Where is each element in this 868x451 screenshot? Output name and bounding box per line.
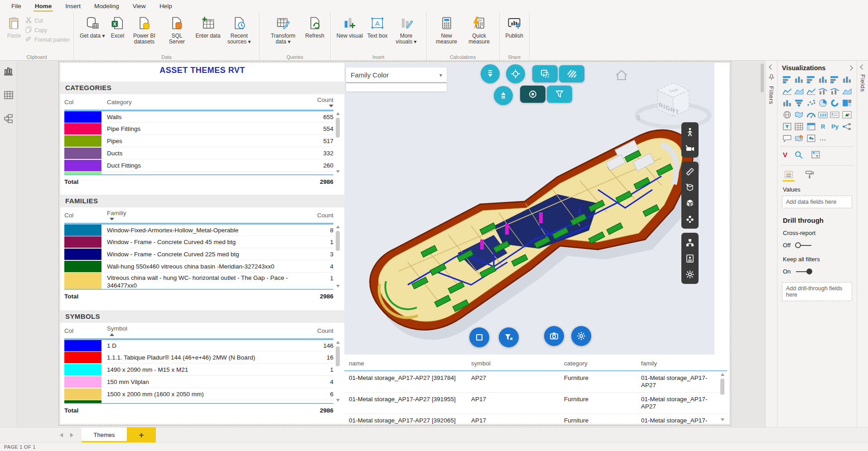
table-scrollbar[interactable]	[719, 373, 725, 421]
search-icon[interactable]	[794, 150, 804, 159]
table-scrollbar[interactable]	[335, 112, 341, 173]
stacked-area-chart-icon[interactable]	[806, 87, 816, 96]
menu-tab-view[interactable]: View	[126, 0, 153, 12]
100-stacked-column-chart-icon[interactable]	[842, 75, 852, 84]
filled-map-icon[interactable]	[794, 110, 804, 119]
table-row[interactable]: Pipes 517	[64, 135, 333, 147]
filters-pane-label[interactable]: Filters	[768, 86, 775, 104]
100-stacked-bar-chart-icon[interactable]	[829, 75, 840, 84]
table-row[interactable]: Ducts 332	[64, 147, 333, 159]
families-table-header[interactable]: Col Familiy Count	[64, 207, 333, 224]
table-row[interactable]: 150 mm Vilplan 4	[64, 376, 333, 388]
get-data-button[interactable]: Get data ▾	[77, 14, 107, 41]
transform-data-button[interactable]: Transform data ▾	[263, 14, 303, 47]
menu-tab-help[interactable]: Help	[153, 0, 179, 12]
table-row[interactable]: Window-Fixed-Armortex-Hollow_Metal-Opera…	[64, 224, 333, 236]
symbols-visual[interactable]: SYMBOLS Col Symbol Count 1 D 146	[60, 310, 344, 417]
collapse-down-button[interactable]	[481, 64, 500, 83]
table-row[interactable]: Window - Frame - Concrete Curved 45 med …	[64, 236, 333, 248]
scroll-thumb[interactable]	[336, 118, 340, 138]
paste-button[interactable]: Paste	[4, 14, 24, 41]
table-visual-icon[interactable]	[794, 122, 804, 131]
table-row[interactable]: 01-Metal storage_AP17-AP27 [391784] AP27…	[344, 371, 727, 393]
table-row[interactable]: Walls 655	[64, 110, 333, 123]
expand-fields-icon[interactable]	[860, 64, 865, 69]
menu-tab-modeling[interactable]: Modeling	[87, 0, 126, 12]
table-row[interactable]: 1 D 146	[64, 339, 333, 351]
settings-button[interactable]	[571, 326, 591, 346]
stacked-column-chart-icon[interactable]	[794, 75, 804, 84]
select-mode-button[interactable]	[520, 86, 545, 103]
next-page-icon[interactable]	[70, 433, 73, 437]
table-scrollbar[interactable]	[335, 226, 341, 288]
report-view-button[interactable]	[3, 66, 14, 77]
viewer-settings-button[interactable]	[681, 266, 699, 282]
scatter-chart-icon[interactable]	[806, 99, 816, 107]
3d-building-model[interactable]: S TOP RIGHT	[344, 63, 714, 355]
format-painter-button[interactable]: Format painter	[25, 35, 70, 44]
expand-filters-icon[interactable]	[769, 64, 774, 69]
categories-visual[interactable]: CATEGORIES Col Category Count Walls 655	[60, 82, 344, 188]
scroll-up-icon[interactable]	[336, 226, 340, 228]
collapse-visualizations-icon[interactable]	[848, 65, 853, 70]
walk-mode-button[interactable]	[681, 124, 699, 140]
scroll-up-icon[interactable]	[721, 373, 724, 376]
categories-table-header[interactable]: Col Category Count	[64, 94, 333, 110]
clustered-bar-chart-icon[interactable]	[806, 75, 816, 84]
metrics-visual-icon[interactable]	[806, 134, 816, 143]
ribbon-chart-icon[interactable]	[842, 87, 852, 96]
theme-select-dropdown[interactable]: Family Color ▾	[346, 67, 447, 83]
keep-filters-toggle[interactable]	[796, 271, 811, 272]
table-row[interactable]: 1490 x 2090 mm - M15 x M21 1	[64, 364, 333, 376]
report-page[interactable]: ASSET THEMES RVT CATEGORIES Col Category…	[60, 63, 729, 424]
sql-server-button[interactable]: SQL Server	[160, 14, 193, 47]
screenshot-button[interactable]	[544, 326, 564, 346]
values-field-well[interactable]: Add data fields here	[782, 196, 852, 208]
filter-mode-button[interactable]	[547, 86, 572, 103]
text-box-button[interactable]: A Text box	[365, 14, 390, 41]
funnel-chart-icon[interactable]	[794, 99, 804, 107]
table-row[interactable]: Duct Fittings 260	[64, 159, 333, 172]
table-row[interactable]: 1.1.1. Tabique Pladur® 144 (46+e+46) 2MW…	[64, 351, 333, 364]
line-chart-icon[interactable]	[782, 87, 792, 96]
table-row[interactable]: Wall-hung 550x460 vitreous china basin -…	[64, 260, 333, 273]
menu-tab-file[interactable]: File	[5, 0, 28, 12]
fields-pane-label[interactable]: Fields	[859, 74, 866, 92]
scroll-thumb[interactable]	[720, 379, 724, 395]
data-view-button[interactable]	[3, 90, 14, 101]
cut-button[interactable]: Cut	[25, 16, 70, 25]
table-row[interactable]: Pipe Fittings 554	[64, 123, 333, 135]
parts-cluster-button[interactable]	[681, 211, 699, 227]
model-view-button[interactable]	[3, 113, 14, 124]
selection-box-button[interactable]	[469, 327, 489, 347]
canvas-scrollbar[interactable]	[761, 63, 764, 92]
add-page-button[interactable]: +	[127, 427, 156, 442]
table-scrollbar[interactable]	[335, 341, 341, 402]
line-stacked-column-chart-icon[interactable]	[818, 87, 828, 96]
publish-button[interactable]: Publish	[503, 14, 526, 41]
scroll-down-icon[interactable]	[336, 399, 340, 402]
explode-model-button[interactable]	[681, 195, 699, 211]
clustered-column-chart-icon[interactable]	[818, 75, 828, 84]
scroll-up-icon[interactable]	[336, 341, 340, 344]
menu-tab-insert[interactable]: Insert	[58, 0, 87, 12]
powerbi-datasets-button[interactable]: Power BI datasets	[128, 14, 160, 47]
drill-through-field-well[interactable]: Add drill-through fields here	[782, 282, 852, 301]
pin-icon[interactable]	[769, 74, 774, 81]
refresh-button[interactable]: Refresh	[303, 14, 327, 41]
scroll-down-icon[interactable]	[336, 285, 340, 288]
card-visual-icon[interactable]: 123	[818, 112, 828, 118]
duplicate-selection-button[interactable]	[532, 65, 558, 82]
cross-report-toggle[interactable]	[796, 245, 811, 246]
more-visual-options-icon[interactable]: ...	[820, 135, 826, 142]
properties-card-button[interactable]	[681, 250, 699, 266]
details-table-header[interactable]: name symbol category family	[344, 356, 727, 371]
table-row[interactable]: 01-Metal storage_AP17-AP27 [391955] AP17…	[344, 393, 727, 414]
details-table-visual[interactable]: name symbol category family 01-Metal sto…	[344, 356, 727, 424]
report-template-icon[interactable]	[810, 150, 821, 159]
excel-button[interactable]: X Excel	[107, 14, 128, 41]
scroll-down-icon[interactable]	[721, 418, 724, 421]
table-row[interactable]: Window - Frame - Concrete Curved 225 med…	[64, 248, 333, 260]
waterfall-chart-icon[interactable]	[782, 99, 792, 107]
enter-data-button[interactable]: Enter data	[193, 14, 222, 41]
